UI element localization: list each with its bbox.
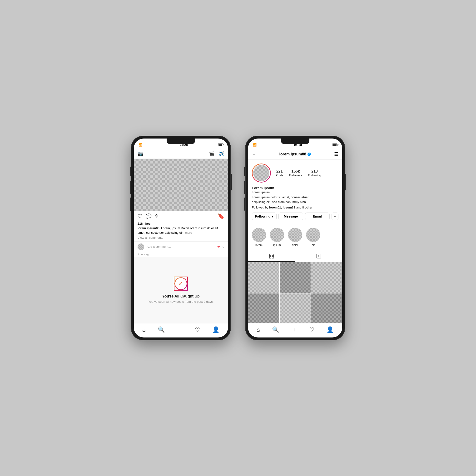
back-icon[interactable]: ← (252, 152, 256, 157)
profile-tab-2[interactable]: 👤 (326, 326, 334, 333)
highlights-row: lorem ipsum dolor sit (248, 228, 342, 251)
more-btn-icon: ▾ (334, 214, 336, 218)
battery-icon-1 (218, 143, 223, 146)
profile-tab-1[interactable]: 👤 (212, 326, 220, 333)
comment-icon[interactable]: 💬 (146, 213, 152, 220)
comment-input[interactable]: Add a comment... (147, 245, 215, 249)
highlight-item-2[interactable]: dolor (288, 228, 302, 247)
more-button[interactable]: ▾ (332, 213, 339, 220)
profile-nav: ← lorem.ipsum88 ✓ ☰ (248, 149, 342, 160)
grid-item-4[interactable] (280, 293, 311, 323)
grid-item-2[interactable] (311, 262, 342, 293)
profile-handle: Lorem ipsum (252, 190, 339, 194)
profile-actions: Following ▾ Message Email ▾ (252, 213, 339, 220)
followed-users: lorem01, ipsum33 (269, 206, 295, 209)
svg-rect-4 (317, 254, 321, 258)
grid-item-0[interactable] (248, 262, 279, 293)
add-tab-2[interactable]: ＋ (291, 326, 297, 333)
grid-item-1[interactable] (280, 262, 311, 293)
email-button[interactable]: Email (305, 213, 330, 220)
stat-following[interactable]: 218 Following (308, 169, 321, 177)
followers-label: Followers (289, 173, 303, 177)
profile-nav-title: lorem.ipsum88 ✓ (279, 152, 311, 156)
profile-name: Lorem ipsum (252, 186, 339, 190)
nav-bar-1: 📷 🎬 ✈️ (134, 149, 228, 159)
posts-label: Posts (276, 173, 284, 177)
svg-rect-1 (272, 254, 274, 255)
followers-count: 156k (289, 169, 303, 173)
following-count: 218 (308, 169, 321, 173)
highlight-item-3[interactable]: sit (306, 228, 320, 247)
following-button[interactable]: Following ▾ (252, 213, 276, 220)
phone-2-inner: 📶 04:28 ← lorem.ipsum88 ✓ ☰ (248, 138, 342, 338)
avatar-wrap (252, 164, 271, 183)
tab-grid[interactable] (248, 251, 295, 262)
stat-posts[interactable]: 221 Posts (276, 169, 284, 177)
post-actions: ♡ 💬 ✈ 🔖 (134, 211, 228, 222)
bottom-nav-2: ⌂ 🔍 ＋ ♡ 👤 (248, 323, 342, 338)
grid-icon (269, 254, 274, 258)
followed-and: and (295, 206, 302, 209)
svg-rect-3 (272, 256, 274, 258)
highlight-circle-3 (306, 228, 320, 242)
caught-up-circle: ✓ (174, 276, 188, 291)
tab-tagged[interactable] (295, 251, 342, 262)
profile-nav-username: lorem.ipsum88 (279, 152, 306, 156)
search-tab-1[interactable]: 🔍 (158, 326, 165, 333)
highlight-circle-1 (270, 228, 284, 242)
photo-grid (248, 262, 342, 323)
send-icon[interactable]: ✈️ (219, 151, 224, 157)
view-comments[interactable]: View all comments (137, 236, 224, 239)
heart-tab-1[interactable]: ♡ (195, 326, 200, 333)
heart-tab-2[interactable]: ♡ (309, 326, 314, 333)
checkmark-icon: ✓ (178, 280, 184, 287)
message-btn-label: Message (284, 214, 298, 218)
profile-followed-by: Followed by lorem01, ipsum33 and 8 other (252, 206, 339, 209)
save-icon[interactable]: 🔖 (218, 213, 224, 220)
comment-count: 0 (222, 245, 224, 249)
verified-icon: ✓ (307, 153, 311, 156)
status-right-2 (332, 143, 338, 146)
status-left-2: 📶 (253, 143, 256, 147)
posts-count: 221 (276, 169, 284, 173)
highlight-label-1: ipsum (270, 243, 284, 247)
notch-1 (167, 138, 195, 144)
signal-icon-2: 📶 (253, 143, 256, 147)
caught-up-title: You're All Caught Up (162, 294, 200, 298)
feed-image (134, 159, 228, 211)
side-btn-left2-1 (130, 181, 131, 194)
like-icon[interactable]: ♡ (137, 213, 142, 220)
menu-icon[interactable]: ☰ (334, 151, 339, 157)
home-tab-2[interactable]: ⌂ (256, 326, 260, 333)
side-btn-left1-2 (244, 167, 245, 176)
camera-icon[interactable]: 📷 (137, 151, 143, 157)
side-btn-left3-1 (130, 198, 131, 211)
share-icon[interactable]: ✈ (155, 213, 159, 220)
post-caption: lorem.ipsum88 Lorem, Ipsum DolorLorem ip… (137, 226, 224, 235)
add-tab-1[interactable]: ＋ (177, 326, 183, 333)
caught-up-section: ✓ You're All Caught Up You,ve seen all n… (134, 257, 228, 323)
following-label: Following (308, 173, 321, 177)
home-tab-1[interactable]: ⌂ (142, 326, 146, 333)
grid-item-5[interactable] (311, 293, 342, 323)
highlight-circle-2 (288, 228, 302, 242)
phone-1-inner: 📶 04:28 📷 🎬 ✈️ ♡ 💬 ✈ 🔖 (134, 138, 228, 338)
followed-pre: Followed by (252, 206, 269, 209)
profile-header: 221 Posts 156k Followers 218 Following L… (248, 160, 342, 228)
side-btn-right-2 (345, 174, 346, 190)
side-btn-left3-2 (244, 198, 245, 211)
bio-line2: adipiscing elit, sed diam nonummy nibh (252, 200, 306, 204)
highlight-item-1[interactable]: ipsum (270, 228, 284, 247)
grid-item-3[interactable] (248, 293, 279, 323)
followed-count: 8 other (302, 206, 312, 209)
profile-top: 221 Posts 156k Followers 218 Following (252, 164, 339, 183)
search-tab-2[interactable]: 🔍 (272, 326, 279, 333)
message-button[interactable]: Message (278, 213, 303, 220)
highlight-item-0[interactable]: lorem (252, 228, 266, 247)
post-info: 218 likes lorem.ipsum88 Lorem, Ipsum Dol… (134, 222, 228, 241)
activity-icon[interactable]: 🎬 (209, 151, 215, 157)
more-link[interactable]: more (185, 231, 192, 235)
heart-comment-icon[interactable]: ❤ (217, 245, 220, 249)
stat-followers[interactable]: 156k Followers (289, 169, 303, 177)
battery-icon-2 (332, 143, 338, 146)
